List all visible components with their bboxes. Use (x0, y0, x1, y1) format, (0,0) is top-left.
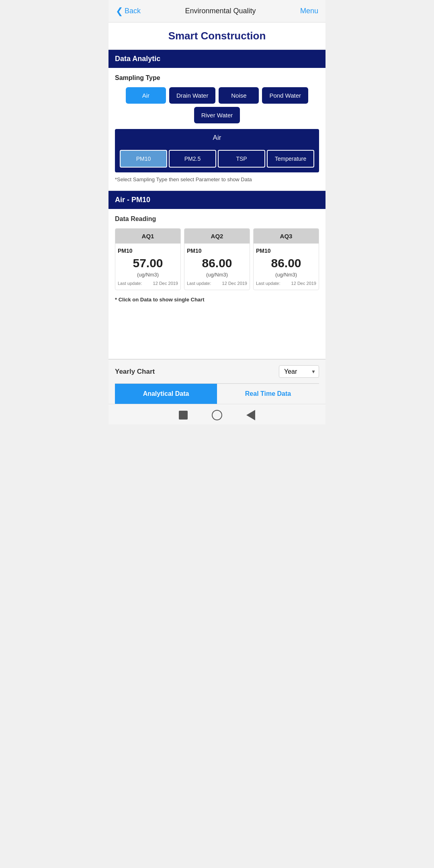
android-back-button[interactable] (246, 410, 255, 420)
android-nav-bar (108, 404, 326, 424)
card-aq2-header: AQ2 (184, 229, 250, 244)
bottom-tabs: Analytical Data Real Time Data (115, 383, 319, 404)
card-aq3-value: 86.00 (256, 256, 316, 270)
app-title-bar: Smart Construction (108, 23, 326, 50)
reading-cards: AQ1 PM10 57.00 (ug/Nm3) Last update: 12 … (115, 228, 319, 290)
reading-card-aq3[interactable]: AQ3 PM10 86.00 (ug/Nm3) Last update: 12 … (253, 228, 319, 290)
card-aq3-param: PM10 (256, 248, 316, 254)
nav-title: Environmental Quality (185, 7, 256, 15)
reading-card-aq1[interactable]: AQ1 PM10 57.00 (ug/Nm3) Last update: 12 … (115, 228, 181, 290)
sampling-btn-air[interactable]: Air (126, 87, 166, 104)
card-aq2-update: Last update: 12 Dec 2019 (187, 281, 247, 286)
year-select[interactable]: Year 2019 2018 2017 (279, 365, 319, 378)
param-btn-temperature[interactable]: Temperature (267, 150, 314, 168)
back-label: Back (125, 7, 141, 15)
android-home-button[interactable] (212, 410, 222, 420)
card-aq1-update-date: 12 Dec 2019 (153, 281, 178, 286)
yearly-label: Yearly Chart (115, 368, 155, 376)
param-btn-pm25[interactable]: PM2.5 (169, 150, 216, 168)
card-aq2-param: PM10 (187, 248, 247, 254)
card-aq3-body: PM10 86.00 (ug/Nm3) Last update: 12 Dec … (254, 244, 319, 290)
sampling-buttons-group: Air Drain Water Noise Pond Water River W… (115, 87, 319, 123)
chart-area-spacer (115, 304, 319, 352)
menu-button[interactable]: Menu (300, 7, 318, 15)
sampling-btn-pond-water[interactable]: Pond Water (262, 87, 308, 104)
param-btn-pm10[interactable]: PM10 (120, 150, 167, 168)
bottom-panel: Yearly Chart Year 2019 2018 2017 Analyti… (108, 359, 326, 404)
card-aq1-param: PM10 (118, 248, 178, 254)
card-aq1-update-label: Last update: (118, 281, 142, 286)
card-aq3-update-label: Last update: (256, 281, 280, 286)
card-aq3-header: AQ3 (254, 229, 319, 244)
reading-card-aq2[interactable]: AQ2 PM10 86.00 (ug/Nm3) Last update: 12 … (184, 228, 250, 290)
card-aq3-unit: (ug/Nm3) (256, 272, 316, 278)
card-aq1-unit: (ug/Nm3) (118, 272, 178, 278)
sub-panel-buttons: PM10 PM2.5 TSP Temperature (116, 146, 318, 172)
chevron-left-icon: ❮ (116, 6, 123, 16)
select-hint: *Select Sampling Type then select Parame… (115, 176, 319, 182)
card-aq2-value: 86.00 (187, 256, 247, 270)
android-square-button[interactable] (179, 411, 188, 420)
data-reading-body: Data Reading AQ1 PM10 57.00 (ug/Nm3) Las… (108, 209, 326, 359)
card-aq3-update-date: 12 Dec 2019 (291, 281, 316, 286)
data-analytic-body: Sampling Type Air Drain Water Noise Pond… (108, 68, 326, 191)
param-btn-tsp[interactable]: TSP (218, 150, 265, 168)
card-aq2-unit: (ug/Nm3) (187, 272, 247, 278)
click-hint: * Click on Data to show single Chart (115, 295, 319, 304)
data-analytic-section: Data Analytic Sampling Type Air Drain Wa… (108, 50, 326, 191)
nav-bar: ❮ Back Environmental Quality Menu (108, 0, 326, 23)
data-reading-label: Data Reading (115, 215, 319, 223)
card-aq2-update-date: 12 Dec 2019 (222, 281, 247, 286)
air-pm10-header: Air - PM10 (108, 191, 326, 209)
card-aq3-update: Last update: 12 Dec 2019 (256, 281, 316, 286)
sub-panel: Air PM10 PM2.5 TSP Temperature (115, 129, 319, 172)
sampling-type-label: Sampling Type (115, 74, 319, 82)
sub-panel-header: Air (116, 130, 318, 146)
tab-analytical-data[interactable]: Analytical Data (115, 384, 217, 404)
yearly-row: Yearly Chart Year 2019 2018 2017 (115, 365, 319, 378)
sampling-btn-drain-water[interactable]: Drain Water (169, 87, 215, 104)
sampling-btn-river-water[interactable]: River Water (194, 107, 240, 123)
card-aq2-body: PM10 86.00 (ug/Nm3) Last update: 12 Dec … (184, 244, 250, 290)
back-button[interactable]: ❮ Back (116, 6, 141, 16)
data-analytic-header: Data Analytic (108, 50, 326, 68)
sampling-btn-noise[interactable]: Noise (219, 87, 259, 104)
app-title: Smart Construction (113, 30, 321, 42)
card-aq1-update: Last update: 12 Dec 2019 (118, 281, 178, 286)
card-aq1-value: 57.00 (118, 256, 178, 270)
card-aq2-update-label: Last update: (187, 281, 211, 286)
tab-realtime-data[interactable]: Real Time Data (217, 384, 319, 404)
card-aq1-body: PM10 57.00 (ug/Nm3) Last update: 12 Dec … (115, 244, 180, 290)
year-select-wrap[interactable]: Year 2019 2018 2017 (279, 365, 319, 378)
card-aq1-header: AQ1 (115, 229, 180, 244)
air-pm10-section: Air - PM10 Data Reading AQ1 PM10 57.00 (… (108, 191, 326, 359)
